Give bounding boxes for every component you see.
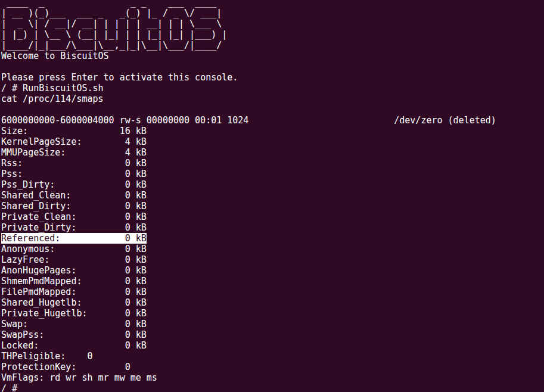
field-unit: kB	[136, 190, 147, 201]
field-value: 0	[87, 362, 130, 372]
field-value: 0	[87, 169, 130, 179]
ascii-banner-line: | __ )(_)___ ___ _ _(_) |_ / _ \/ ___|	[1, 8, 248, 18]
smaps-row-locked: Locked:0kB	[1, 340, 248, 351]
field-name: Private_Clean:	[1, 211, 87, 222]
field-name: KernelPageSize:	[1, 136, 87, 147]
smaps-row-protectionkey: ProtectionKey:0	[1, 362, 248, 372]
field-value: 0	[87, 254, 130, 265]
field-name: Shared_Dirty:	[1, 201, 87, 211]
field-unit: kB	[136, 319, 147, 329]
field-name: Anonymous:	[1, 244, 87, 254]
smaps-vma-header: 6000000000-6000004000rw-s0000000000:0110…	[1, 115, 248, 126]
command-line-cat-smaps: cat /proc/114/smaps	[1, 94, 248, 104]
field-name: Shared_Hugetlb:	[1, 297, 87, 308]
vma-permissions: rw-s	[120, 115, 141, 126]
field-name: Swap:	[1, 319, 87, 329]
field-name: THPeligible:	[1, 351, 87, 362]
smaps-row-shared-hugetlb: Shared_Hugetlb:0kB	[1, 297, 248, 308]
smaps-row-lazyfree: LazyFree:0kB	[1, 254, 248, 265]
field-value: 0	[87, 211, 130, 222]
field-name: FilePmdMapped:	[1, 287, 87, 297]
field-name: Shared_Clean:	[1, 190, 87, 201]
console-activate-message: Please press Enter to activate this cons…	[1, 72, 248, 83]
field-unit: kB	[136, 126, 147, 136]
field-value: 0	[87, 297, 130, 308]
field-name: Private_Hugetlb:	[1, 308, 87, 319]
field-name: Pss:	[1, 169, 87, 179]
field-name: Private_Dirty:	[1, 222, 87, 233]
shell-prompt: / #	[1, 83, 17, 94]
field-unit: kB	[136, 169, 147, 179]
field-unit: kB	[136, 254, 147, 265]
terminal-screen[interactable]: ____ _ _ _ ___ ____ | __ )(_)___ ___ _ _…	[0, 0, 544, 392]
field-name: ShmemPmdMapped:	[1, 276, 87, 287]
field-value: 0	[87, 351, 92, 362]
field-name: LazyFree:	[1, 254, 87, 265]
field-unit: kB	[136, 340, 147, 351]
smaps-row-pss-dirty: Pss_Dirty:0kB	[1, 179, 248, 190]
vmflags-values: rd wr sh mr mw me ms	[49, 372, 157, 383]
smaps-row-thpeligible: THPeligible:0	[1, 351, 248, 362]
field-value: 0	[87, 244, 130, 254]
field-value: 0	[87, 158, 130, 169]
ascii-banner-line: ____ _ _ _ ___ ____	[1, 0, 248, 8]
smaps-row-shared-dirty: Shared_Dirty:0kB	[1, 201, 248, 211]
field-name: VmFlags:	[1, 372, 44, 383]
field-unit: kB	[136, 297, 147, 308]
smaps-row-size: Size:16kB	[1, 126, 248, 136]
shell-prompt-line[interactable]: / #	[1, 383, 248, 392]
smaps-row-shmempmdmapped: ShmemPmdMapped:0kB	[1, 276, 248, 287]
field-value: 0	[87, 287, 130, 297]
smaps-row-swappss: SwapPss:0kB	[1, 329, 248, 340]
smaps-row-kernelpagesize: KernelPageSize:4kB	[1, 136, 248, 147]
field-value: 0	[87, 201, 130, 211]
vma-address-range: 6000000000-6000004000	[1, 115, 114, 126]
field-name: Size:	[1, 126, 87, 136]
field-unit: kB	[136, 233, 147, 244]
ascii-banner-line: |____/|_|___/\___|\__,_|_|\__|\___/|____…	[1, 40, 248, 51]
field-name: MMUPageSize:	[1, 147, 87, 158]
blank-line	[1, 61, 248, 72]
field-name: AnonHugePages:	[1, 265, 87, 276]
field-value: 0	[87, 233, 130, 244]
smaps-row-referenced: Referenced:0kB	[1, 233, 248, 244]
welcome-message: Welcome to BiscuitOS	[1, 51, 248, 61]
field-value: 0	[87, 329, 130, 340]
field-unit: kB	[136, 158, 147, 169]
field-unit: kB	[136, 147, 147, 158]
shell-prompt: / #	[1, 383, 17, 392]
smaps-row-vmflags: VmFlags:rd wr sh mr mw me ms	[1, 372, 248, 383]
ascii-banner-line: | |_) | \__ \ (__| |_| | | |_| |_| |___)…	[1, 29, 248, 40]
field-unit: kB	[136, 276, 147, 287]
field-name: SwapPss:	[1, 329, 87, 340]
field-unit: kB	[136, 329, 147, 340]
field-unit: kB	[136, 179, 147, 190]
field-value: 0	[87, 308, 130, 319]
field-value: 4	[87, 147, 130, 158]
field-name: Pss_Dirty:	[1, 179, 87, 190]
blank-line	[1, 104, 248, 115]
command-line-run-script: / #RunBiscuitOS.sh	[1, 83, 248, 94]
field-unit: kB	[136, 265, 147, 276]
smaps-row-filepmdmapped: FilePmdMapped:0kB	[1, 287, 248, 297]
selection-highlight: Referenced:0kB	[1, 233, 147, 244]
smaps-row-private-clean: Private_Clean:0kB	[1, 211, 248, 222]
smaps-row-anonymous: Anonymous:0kB	[1, 244, 248, 254]
field-value: 0	[87, 222, 130, 233]
smaps-row-anonhugepages: AnonHugePages:0kB	[1, 265, 248, 276]
vma-inode: 1024	[227, 115, 248, 126]
terminal-output: ____ _ _ _ ___ ____ | __ )(_)___ ___ _ _…	[1, 0, 248, 392]
field-unit: kB	[136, 136, 147, 147]
field-value: 0	[87, 265, 130, 276]
field-name: Referenced:	[1, 233, 87, 244]
field-value: 4	[87, 136, 130, 147]
field-unit: kB	[136, 308, 147, 319]
smaps-row-private-hugetlb: Private_Hugetlb:0kB	[1, 308, 248, 319]
vma-device: 00:01	[195, 115, 222, 126]
smaps-row-private-dirty: Private_Dirty:0kB	[1, 222, 248, 233]
smaps-row-shared-clean: Shared_Clean:0kB	[1, 190, 248, 201]
field-unit: kB	[136, 244, 147, 254]
command-text: RunBiscuitOS.sh	[23, 83, 103, 94]
field-value: 0	[87, 190, 130, 201]
ascii-banner-line: | _ \| / __|/ __| | | | | __| | | \___ \	[1, 18, 248, 29]
